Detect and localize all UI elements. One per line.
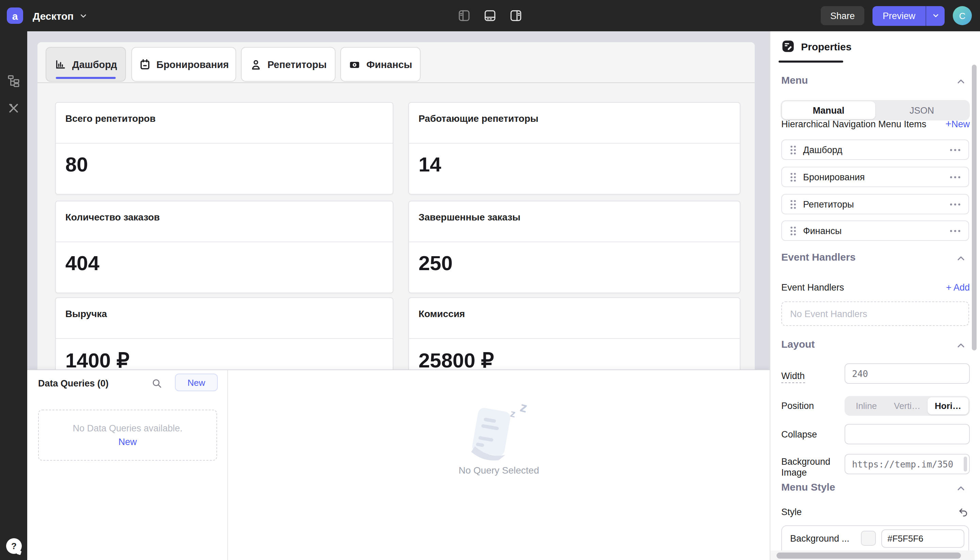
card-title: Работающие репетиторы: [418, 113, 538, 124]
tab-bookings[interactable]: Бронирования: [132, 47, 236, 82]
card-title: Выручка: [65, 308, 107, 319]
search-icon[interactable]: [151, 378, 163, 389]
more-options-icon[interactable]: [950, 176, 960, 178]
menu-item-row[interactable]: Репетиторы: [781, 194, 969, 214]
background-image-label-1: Background: [781, 457, 830, 467]
collapse-input[interactable]: [845, 424, 970, 444]
properties-tab[interactable]: Properties: [781, 40, 852, 53]
tab-label: Финансы: [367, 59, 412, 70]
background-color-input[interactable]: [881, 529, 964, 547]
position-horizontal-label: Hori…: [935, 401, 961, 411]
drag-handle-icon[interactable]: [790, 172, 796, 182]
query-editor-pane: Run z z No Query Selected: [228, 370, 770, 560]
horizontal-scrollbar-track: [770, 550, 975, 560]
drag-handle-icon[interactable]: [790, 145, 796, 155]
app-name-dropdown[interactable]: Десктоп: [33, 0, 88, 31]
share-button[interactable]: Share: [821, 6, 864, 25]
card-divider: [56, 143, 393, 143]
add-menu-item-plus[interactable]: +: [945, 118, 952, 129]
manual-label: Manual: [813, 105, 844, 115]
entity-explorer-icon[interactable]: [7, 73, 20, 87]
card-divider: [409, 242, 740, 242]
card-title: Комиссия: [418, 308, 465, 319]
menu-mode-json[interactable]: JSON: [875, 102, 968, 119]
menu-widget-container: Дашборд Бронирования Репетиторы Финансы …: [37, 42, 755, 370]
app-name: Десктоп: [33, 10, 73, 22]
avatar[interactable]: C: [953, 6, 972, 25]
chevron-down-icon: [79, 11, 88, 20]
tab-tutors[interactable]: Репетиторы: [241, 47, 335, 82]
preview-split-button: Preview: [872, 6, 945, 25]
queries-empty-new-link[interactable]: New: [118, 437, 137, 447]
position-label: Position: [781, 401, 814, 411]
chevron-up-icon[interactable]: [955, 76, 967, 87]
add-event-handler-link[interactable]: + Add: [946, 282, 970, 293]
help-button[interactable]: ?: [6, 538, 22, 554]
position-horizontal[interactable]: Hori…: [928, 397, 968, 414]
user-icon: [250, 58, 262, 70]
horizontal-scrollbar[interactable]: [777, 552, 961, 558]
logo-letter: a: [12, 10, 18, 22]
stat-card-working-tutors: Работающие репетиторы 14: [408, 102, 740, 195]
data-queries-pane: Data Queries (0) New No Data Queries ava…: [27, 370, 228, 560]
card-divider: [56, 242, 393, 242]
stat-card-completed-orders: Завершенные заказы 250: [408, 201, 740, 293]
card-divider: [409, 143, 740, 143]
width-input[interactable]: [845, 363, 970, 384]
tools-icon[interactable]: [7, 102, 20, 115]
color-swatch[interactable]: [861, 531, 876, 546]
banknote-icon: [349, 58, 361, 70]
chevron-up-icon[interactable]: [955, 483, 967, 494]
drag-handle-icon[interactable]: [790, 199, 796, 209]
preview-caret-button[interactable]: [925, 6, 945, 25]
chevron-up-icon[interactable]: [955, 253, 967, 264]
share-label: Share: [830, 10, 855, 21]
toggle-bottom-panel-icon[interactable]: [483, 9, 497, 22]
nav-tab-bar: Дашборд Бронирования Репетиторы Финансы: [37, 42, 755, 83]
toggle-right-panel-icon[interactable]: [509, 9, 523, 22]
tab-finance[interactable]: Финансы: [340, 47, 421, 82]
tab-dashboard[interactable]: Дашборд: [46, 47, 126, 82]
preview-button[interactable]: Preview: [872, 6, 925, 25]
card-value: 14: [418, 153, 441, 176]
chevron-up-icon[interactable]: [955, 340, 967, 351]
menu-mode-manual[interactable]: Manual: [782, 102, 875, 119]
stat-card-orders: Количество заказов 404: [55, 201, 393, 293]
card-value: 404: [65, 252, 99, 275]
no-query-selected-text: No Query Selected: [459, 465, 539, 476]
svg-text:z: z: [509, 408, 517, 420]
vertical-scrollbar[interactable]: [972, 65, 977, 350]
card-value: 25800 ₽: [418, 348, 494, 372]
queries-empty-state: No Data Queries available. New: [38, 410, 217, 461]
menu-item-row[interactable]: Финансы: [781, 220, 969, 241]
input-scrollbar[interactable]: [964, 457, 967, 472]
new-query-label: New: [187, 377, 205, 388]
chevron-down-icon: [931, 12, 940, 20]
width-label-text: Width: [781, 371, 805, 383]
position-inline[interactable]: Inline: [846, 397, 887, 414]
position-vertical-label: Verti…: [894, 401, 920, 411]
new-query-button[interactable]: New: [175, 373, 218, 391]
menu-item-row[interactable]: Дашборд: [781, 140, 969, 160]
reset-style-icon[interactable]: [958, 507, 968, 518]
position-segment: Inline Verti… Hori…: [845, 396, 970, 416]
tab-label: Бронирования: [157, 59, 229, 70]
position-vertical[interactable]: Verti…: [887, 397, 928, 414]
menu-items-label: Hierarchical Navigation Menu Items: [781, 119, 938, 129]
new-menu-item-link[interactable]: New: [952, 119, 970, 129]
tab-label: Репетиторы: [267, 59, 327, 70]
drag-handle-icon[interactable]: [790, 225, 796, 236]
no-event-handlers-text: No Event Handlers: [790, 308, 867, 319]
toggle-left-panel-icon[interactable]: [457, 9, 471, 22]
more-options-icon[interactable]: [950, 203, 960, 205]
event-handlers-empty: No Event Handlers: [781, 302, 969, 326]
app-stage: a Десктоп Share Preview C ?: [0, 0, 980, 560]
card-value: 80: [65, 153, 88, 176]
more-options-icon[interactable]: [950, 149, 960, 151]
app-logo[interactable]: a: [7, 7, 23, 24]
background-image-label-2: Image: [781, 467, 807, 478]
background-image-input[interactable]: [845, 454, 970, 474]
more-options-icon[interactable]: [950, 230, 960, 232]
card-title: Всего репетиторов: [65, 113, 155, 124]
menu-item-row[interactable]: Бронирования: [781, 167, 969, 187]
